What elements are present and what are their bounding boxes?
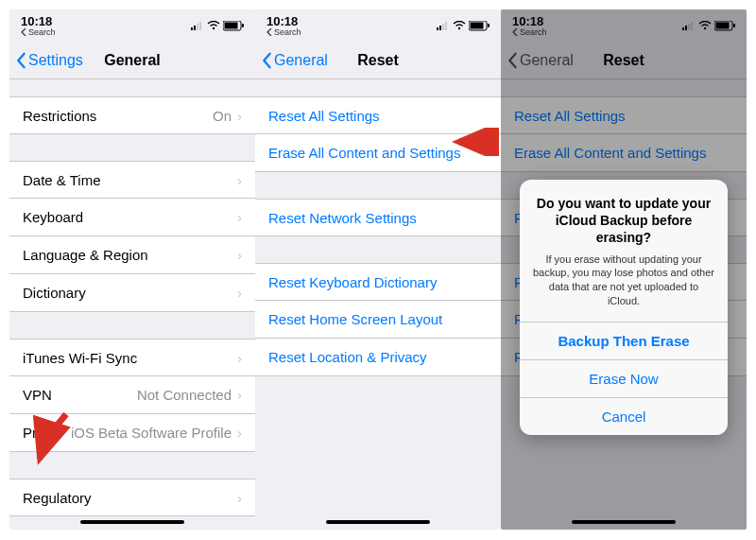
status-search-back[interactable]: Search: [21, 28, 56, 37]
svg-rect-11: [445, 22, 447, 30]
chevron-right-icon: ›: [237, 209, 242, 225]
battery-icon: [714, 21, 735, 31]
svg-rect-19: [691, 22, 693, 30]
svg-point-4: [213, 27, 215, 29]
svg-rect-15: [488, 24, 490, 27]
chevron-left-icon: [261, 52, 272, 69]
status-right-icons: [437, 21, 490, 31]
svg-rect-18: [688, 24, 690, 30]
screen-reset-alert: 10:18 Search General Reset Reset All Set…: [501, 9, 747, 530]
status-right-icons: [191, 21, 244, 31]
page-title: Reset: [501, 52, 747, 69]
alert-dialog: Do you want to update your iCloud Backup…: [520, 180, 728, 435]
nav-bar: General Reset: [255, 42, 501, 79]
alert-title: Do you want to update your iCloud Backup…: [533, 195, 714, 247]
svg-rect-8: [437, 27, 438, 30]
svg-rect-22: [716, 22, 730, 28]
row-dictionary[interactable]: Dictionary›: [9, 274, 255, 312]
wifi-icon: [453, 21, 466, 30]
chevron-right-icon: ›: [237, 387, 242, 403]
row-reset-home-layout[interactable]: Reset Home Screen Layout: [255, 301, 501, 339]
back-button[interactable]: General: [255, 52, 328, 69]
row-erase-all-content[interactable]: Erase All Content and Settings: [255, 134, 501, 172]
chevron-left-icon: [15, 52, 26, 69]
status-search-back: Search: [512, 28, 547, 37]
back-button: General: [501, 52, 574, 69]
row-vpn[interactable]: VPNNot Connected›: [9, 376, 255, 414]
settings-list: Restrictions On› Date & Time› Keyboard› …: [9, 96, 255, 530]
home-indicator[interactable]: [80, 520, 184, 524]
chevron-left-icon: [507, 52, 518, 69]
svg-rect-16: [682, 27, 684, 30]
chevron-right-icon: ›: [237, 425, 242, 441]
chevron-right-icon: ›: [237, 172, 242, 188]
row-erase-all-content: Erase All Content and Settings: [501, 134, 747, 172]
nav-bar: General Reset: [501, 42, 747, 79]
svg-rect-6: [225, 22, 238, 28]
status-bar: 10:18 Search: [255, 9, 501, 42]
battery-icon: [223, 21, 244, 31]
back-button[interactable]: Settings: [9, 52, 83, 69]
reset-list: Reset All Settings Erase All Content and…: [255, 96, 501, 376]
alert-erase-now-button[interactable]: Erase Now: [520, 359, 728, 397]
row-regulatory[interactable]: Regulatory›: [9, 479, 255, 516]
battery-icon: [469, 21, 490, 31]
svg-rect-1: [194, 26, 196, 30]
alert-message: If you erase without updating your backu…: [533, 253, 714, 308]
screen-reset: 10:18 Search General Reset Reset All Set…: [255, 9, 501, 530]
svg-rect-17: [685, 26, 687, 30]
svg-point-12: [458, 27, 460, 29]
svg-rect-2: [197, 24, 198, 30]
svg-rect-9: [439, 26, 441, 30]
row-reset-all-settings: Reset All Settings: [501, 96, 747, 134]
chevron-right-icon: ›: [237, 350, 242, 366]
cellular-signal-icon: [437, 21, 450, 30]
row-reset-network[interactable]: Reset Network Settings: [255, 199, 501, 236]
chevron-right-icon: ›: [237, 247, 242, 263]
chevron-right-icon: ›: [237, 108, 242, 124]
wifi-icon: [207, 21, 220, 30]
status-bar: 10:18 Search: [9, 9, 255, 42]
cellular-signal-icon: [191, 21, 204, 30]
chevron-right-icon: ›: [237, 490, 242, 506]
cellular-signal-icon: [682, 21, 696, 30]
row-date-time[interactable]: Date & Time›: [9, 161, 255, 199]
wifi-icon: [698, 21, 712, 30]
svg-rect-3: [199, 22, 201, 30]
status-time: 10:18: [21, 15, 52, 27]
row-profile[interactable]: ProfileiOS Beta Software Profile›: [9, 414, 255, 452]
status-right-icons: [682, 21, 735, 31]
svg-point-20: [704, 27, 706, 29]
svg-rect-0: [191, 27, 193, 30]
row-reset-keyboard-dict[interactable]: Reset Keyboard Dictionary: [255, 263, 501, 301]
home-indicator[interactable]: [572, 520, 676, 524]
svg-rect-14: [471, 22, 484, 28]
status-time: 10:18: [266, 15, 298, 27]
nav-bar: Settings General: [9, 42, 255, 79]
row-reset-all-settings[interactable]: Reset All Settings: [255, 96, 501, 134]
status-time: 10:18: [512, 15, 543, 27]
alert-backup-then-erase-button[interactable]: Backup Then Erase: [520, 322, 728, 359]
status-search-back[interactable]: Search: [266, 28, 301, 37]
status-bar: 10:18 Search: [501, 9, 747, 42]
alert-cancel-button[interactable]: Cancel: [520, 397, 728, 435]
row-language-region[interactable]: Language & Region›: [9, 236, 255, 274]
svg-rect-21: [714, 21, 732, 30]
row-reset-location-privacy[interactable]: Reset Location & Privacy: [255, 339, 501, 376]
row-itunes-wifi-sync[interactable]: iTunes Wi-Fi Sync›: [9, 339, 255, 376]
svg-rect-7: [242, 24, 244, 27]
home-indicator[interactable]: [326, 520, 430, 524]
screen-general: 10:18 Search Settings General Restrictio…: [9, 9, 255, 530]
svg-rect-23: [733, 24, 735, 27]
svg-rect-10: [442, 24, 444, 30]
row-restrictions[interactable]: Restrictions On›: [9, 96, 255, 134]
chevron-right-icon: ›: [237, 285, 242, 301]
row-keyboard[interactable]: Keyboard›: [9, 199, 255, 236]
